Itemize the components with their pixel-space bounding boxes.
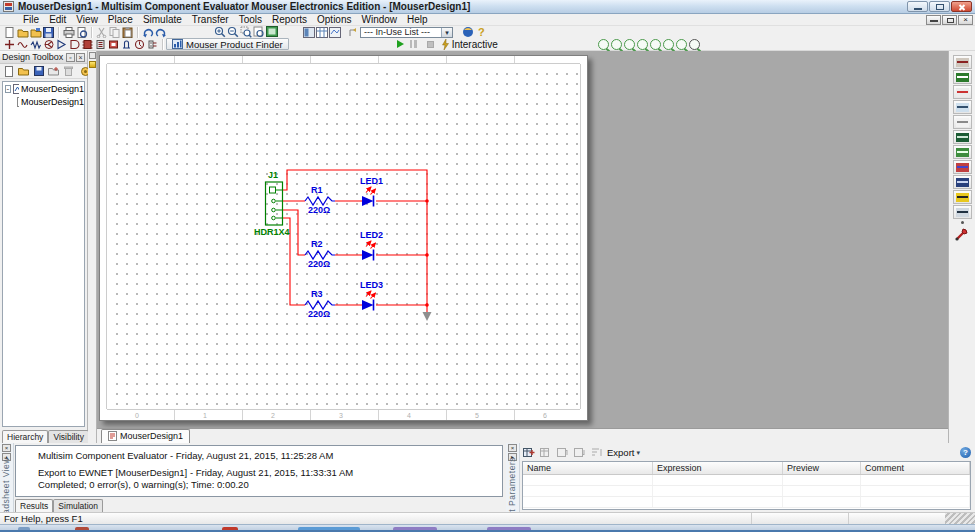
redo-icon[interactable]: [154, 26, 167, 38]
component-LED1[interactable]: LED1: [360, 176, 383, 207]
place-connector-icon[interactable]: [146, 38, 159, 50]
table-row[interactable]: [523, 497, 970, 508]
graphic-zoom-8-icon[interactable]: [689, 39, 700, 50]
circuit-parameters-close-icon[interactable]: ×: [508, 444, 517, 452]
cut-icon[interactable]: [95, 26, 108, 38]
component-J1[interactable]: J1 HDR1X4: [254, 170, 290, 237]
mouser-product-finder-button[interactable]: Mouser Product Finder: [166, 38, 289, 50]
graphic-zoom-5-icon[interactable]: [650, 39, 661, 50]
multimeter-icon[interactable]: [953, 55, 972, 69]
new-folder-icon[interactable]: [47, 65, 60, 77]
component-R1[interactable]: R1 220Ω: [305, 185, 335, 215]
design-toolbox-close-icon[interactable]: ×: [76, 53, 85, 62]
mouser-sphere-icon[interactable]: [461, 26, 474, 38]
undo-icon[interactable]: [141, 26, 154, 38]
component-LED2[interactable]: LED2: [360, 230, 383, 261]
results-log[interactable]: Multisim Component Evaluator - Friday, A…: [15, 445, 503, 497]
menu-options[interactable]: Options: [312, 14, 356, 25]
footprint-label[interactable]: HDR1X4: [254, 227, 290, 237]
run-simulation-icon[interactable]: [394, 38, 407, 50]
splitter-collapse-icon[interactable]: [89, 52, 96, 59]
logic-converter-icon[interactable]: [953, 190, 972, 204]
schematic-workspace[interactable]: 0 1 2 3 4 5 6: [97, 51, 948, 428]
design-toolbox-toggle-icon[interactable]: [302, 26, 315, 38]
tab-simulation[interactable]: Simulation: [53, 499, 103, 512]
place-diode-icon[interactable]: [29, 38, 42, 50]
add-parameter-icon[interactable]: [522, 447, 535, 459]
place-analog-icon[interactable]: [55, 38, 68, 50]
help-icon[interactable]: ?: [474, 26, 487, 38]
new-sheet-icon[interactable]: [2, 65, 15, 77]
graphic-zoom-2-icon[interactable]: [611, 39, 622, 50]
logic-analyzer-icon[interactable]: [953, 175, 972, 189]
copy-icon[interactable]: [108, 26, 121, 38]
open-icon[interactable]: [16, 26, 29, 38]
zoom-in-icon[interactable]: [213, 26, 226, 38]
menu-view[interactable]: View: [71, 14, 103, 25]
place-mixed-icon[interactable]: [107, 38, 120, 50]
column-header-expression[interactable]: Expression: [653, 462, 783, 474]
paste-icon[interactable]: [121, 26, 134, 38]
help-icon[interactable]: ?: [960, 447, 971, 458]
oscilloscope-icon[interactable]: [953, 100, 972, 114]
menu-reports[interactable]: Reports: [267, 14, 312, 25]
wires[interactable]: [283, 170, 427, 312]
print-preview-icon[interactable]: [75, 26, 88, 38]
refdes-label[interactable]: R2: [311, 239, 323, 249]
place-misc-digital-icon[interactable]: [94, 38, 107, 50]
wattmeter-icon[interactable]: [953, 85, 972, 99]
menu-tools[interactable]: Tools: [234, 14, 267, 25]
menu-place[interactable]: Place: [103, 14, 138, 25]
save-design-icon[interactable]: [32, 65, 45, 77]
tree-child-row[interactable]: MouserDesign1: [3, 95, 84, 108]
component-R3[interactable]: R3 220Ω: [305, 289, 335, 319]
mdi-minimize-button[interactable]: [926, 15, 941, 25]
component-LED3[interactable]: LED3: [360, 280, 383, 311]
new-icon[interactable]: [3, 26, 16, 38]
place-indicator-icon[interactable]: [120, 38, 133, 50]
schematic-drawing[interactable]: J1 HDR1X4 R1 220Ω LED1: [97, 51, 948, 428]
place-power-icon[interactable]: [133, 38, 146, 50]
graphic-zoom-3-icon[interactable]: [624, 39, 635, 50]
menu-edit[interactable]: Edit: [44, 14, 71, 25]
place-source-icon[interactable]: [3, 38, 16, 50]
document-tab-mouserdesign1[interactable]: MouserDesign1: [101, 429, 190, 443]
place-cmos-icon[interactable]: [81, 38, 94, 50]
refdes-label[interactable]: R3: [311, 289, 323, 299]
open-design-icon[interactable]: [17, 65, 30, 77]
close-button[interactable]: [951, 1, 972, 12]
value-label[interactable]: 220Ω: [308, 205, 330, 215]
stop-simulation-icon[interactable]: [424, 38, 437, 50]
refdes-label[interactable]: J1: [268, 170, 278, 180]
save-icon[interactable]: [42, 26, 55, 38]
menu-simulate[interactable]: Simulate: [138, 14, 187, 25]
value-label[interactable]: 220Ω: [308, 309, 330, 319]
full-screen-icon[interactable]: [265, 26, 278, 38]
tab-visibility[interactable]: Visibility: [48, 430, 89, 443]
place-transistor-icon[interactable]: [42, 38, 55, 50]
design-toolbox-minimize-icon[interactable]: ▫: [66, 53, 75, 62]
panel-splitter[interactable]: [88, 51, 97, 443]
sort-icon[interactable]: [590, 447, 603, 459]
zoom-area-icon[interactable]: [239, 26, 252, 38]
value-label[interactable]: 220Ω: [308, 259, 330, 269]
refdes-label[interactable]: LED1: [360, 176, 383, 186]
export-button[interactable]: Export ▾: [607, 447, 640, 458]
open-samples-icon[interactable]: [29, 26, 42, 38]
maximize-button[interactable]: [929, 1, 950, 12]
menu-help[interactable]: Help: [402, 14, 433, 25]
tab-hierarchy[interactable]: Hierarchy: [2, 430, 48, 443]
remove-parameter-icon[interactable]: [539, 447, 552, 459]
tree-expander-icon[interactable]: -: [5, 85, 11, 93]
dropdown-caret-icon[interactable]: ▾: [441, 28, 452, 37]
column-header-comment[interactable]: Comment: [861, 462, 970, 474]
function-generator-icon[interactable]: [953, 70, 972, 84]
component-R2[interactable]: R2 220Ω: [305, 239, 335, 269]
tab-results[interactable]: Results: [15, 499, 53, 512]
column-header-name[interactable]: Name: [523, 462, 653, 474]
spreadsheet-view-toggle-icon[interactable]: [315, 26, 328, 38]
resize-grip[interactable]: [945, 513, 975, 524]
move-up-icon[interactable]: [556, 447, 569, 459]
frequency-counter-icon[interactable]: [953, 145, 972, 159]
graphic-zoom-7-icon[interactable]: [676, 39, 687, 50]
